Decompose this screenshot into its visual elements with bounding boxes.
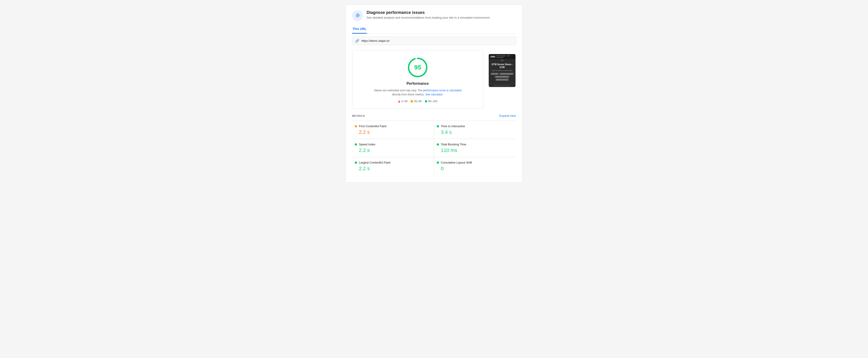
legend-label-orange: 50–89 <box>414 100 422 103</box>
stape-link[interactable]: Stape.io <box>505 85 510 86</box>
legend-item-orange: 50–89 <box>411 100 422 103</box>
header-text: Diagnose performance issues See detailed… <box>367 10 491 19</box>
preview-body: GTM Server Demo - GTM Click on button to… <box>489 62 516 84</box>
score-section: 95 Performance Values are estimated and … <box>352 51 483 109</box>
metric-name-row-lcp: Largest Contentful Paint <box>355 161 431 164</box>
perf-score-link[interactable]: performance score is calculated <box>423 89 462 92</box>
calculator-link[interactable]: See calculator. <box>425 93 443 96</box>
score-number: 95 <box>414 64 421 71</box>
metric-cell-cls: Cumulative Layout Shift 0 <box>434 157 516 175</box>
url-bar: 🔗 https://demo.stape.io/ <box>352 36 516 45</box>
page-title: Diagnose performance issues <box>367 10 491 15</box>
preview-btn-send-ee-purchase[interactable]: Send EE Purchase <box>496 79 509 81</box>
preview-footer: Demo template for Stape.io <box>489 84 516 87</box>
green-icon <box>425 100 427 102</box>
metric-cell-si: Speed Index 2.2 s <box>352 139 434 157</box>
performance-icon <box>352 10 363 21</box>
metrics-grid: First Contentful Paint 2.2 s Time to Int… <box>352 121 516 175</box>
metric-cell-fcp: First Contentful Paint 2.2 s <box>352 121 434 139</box>
metric-name-tti: Time to Interactive <box>441 124 465 128</box>
preview-card: GTM GTM Google · GA4 · Universal Tool GT… <box>489 54 516 87</box>
header-section: Diagnose performance issues See detailed… <box>352 10 516 21</box>
tab-this-url[interactable]: This URL <box>352 25 367 34</box>
score-note: Values are estimated and may vary. The p… <box>374 88 462 96</box>
metric-name-row-cls: Cumulative Layout Shift <box>437 161 513 164</box>
link-icon: 🔗 <box>355 39 360 43</box>
metric-value-cls: 0 <box>437 166 513 172</box>
preview-tag-gtm: GTM <box>490 56 496 58</box>
preview-btn-send-ee-impression[interactable]: Send EE Impression <box>499 73 514 75</box>
preview-top-bar: GTM GTM Google · GA4 · Universal <box>489 54 516 59</box>
metrics-title: METRICS <box>352 115 365 117</box>
metric-value-tti: 3.4 s <box>437 129 513 135</box>
expand-view-button[interactable]: Expand view <box>499 114 516 117</box>
legend: 0–49 50–89 90–100 <box>398 100 437 103</box>
metric-value-lcp: 2.2 s <box>355 166 431 172</box>
metric-name-row-si: Speed Index <box>355 143 431 146</box>
legend-label-green: 90–100 <box>428 100 437 103</box>
tabs-bar: This URL <box>352 25 516 34</box>
preview-desc: Click on button to send event. <box>490 70 514 71</box>
score-circle: 95 <box>406 56 429 79</box>
metric-dot-lcp <box>355 161 357 164</box>
preview-tag-tool: Tool <box>489 59 516 62</box>
preview-tag-labels: GTM Google · GA4 · Universal <box>496 55 514 58</box>
metrics-header: METRICS Expand view <box>352 114 516 117</box>
url-value: https://demo.stape.io/ <box>361 39 390 42</box>
metric-cell-tti: Time to Interactive 3.4 s <box>434 121 516 139</box>
metric-value-si: 2.2 s <box>355 147 431 153</box>
legend-label-red: 0–49 <box>401 100 407 103</box>
metric-name-lcp: Largest Contentful Paint <box>359 161 391 164</box>
metric-name-row-tbt: Total Blocking Time <box>437 143 513 146</box>
metric-name-tbt: Total Blocking Time <box>441 143 466 146</box>
metric-dot-si <box>355 143 357 146</box>
preview-section: GTM GTM Google · GA4 · Universal Tool GT… <box>489 51 516 109</box>
legend-item-red: 0–49 <box>398 100 407 103</box>
score-label: Performance <box>406 82 429 86</box>
red-icon <box>398 100 400 102</box>
metric-cell-tbt: Total Blocking Time 110 ms <box>434 139 516 157</box>
metric-dot-fcp <box>355 125 357 127</box>
metric-dot-cls <box>437 161 439 164</box>
metric-name-cls: Cumulative Layout Shift <box>441 161 472 164</box>
preview-buttons: Send Click Send EE Impression Send EE Ad… <box>490 73 514 81</box>
svg-point-2 <box>357 15 358 16</box>
preview-btn-send-click[interactable]: Send Click <box>491 73 499 75</box>
metric-value-tbt: 110 ms <box>437 147 513 153</box>
preview-btn-send-ee-addproduct[interactable]: Send EE AddProduct <box>495 76 509 78</box>
metric-dot-tti <box>437 125 439 127</box>
metric-name-fcp: First Contentful Paint <box>359 124 386 128</box>
metric-name-row-tti: Time to Interactive <box>437 124 513 128</box>
metric-value-fcp: 2.2 s <box>355 129 431 135</box>
content-area: 95 Performance Values are estimated and … <box>352 51 516 109</box>
metrics-section: METRICS Expand view First Contentful Pai… <box>352 114 516 175</box>
metric-dot-tbt <box>437 143 439 146</box>
legend-item-green: 90–100 <box>425 100 437 103</box>
orange-icon <box>411 100 413 102</box>
page-description: See detailed analysis and recommendation… <box>367 16 491 19</box>
metric-name-si: Speed Index <box>359 143 375 146</box>
metric-name-row-fcp: First Contentful Paint <box>355 124 431 128</box>
preview-heading: GTM Server Demo - GTM <box>490 63 514 69</box>
main-card: Diagnose performance issues See detailed… <box>345 4 523 183</box>
metric-cell-lcp: Largest Contentful Paint 2.2 s <box>352 157 434 175</box>
